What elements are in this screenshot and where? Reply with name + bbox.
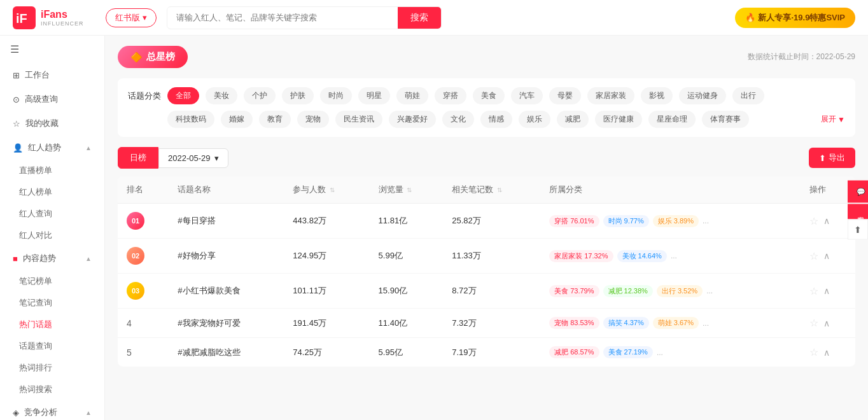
- sort-participants-icon[interactable]: ⇅: [330, 186, 335, 193]
- filter-tag-outfit[interactable]: 穿搭: [435, 87, 466, 104]
- date-select[interactable]: 2022-05-29 ▾: [158, 148, 228, 168]
- views-cell: 11.81亿: [370, 204, 444, 239]
- tag-more[interactable]: ...: [703, 216, 709, 225]
- filter-tag-fashion[interactable]: 时尚: [320, 87, 352, 104]
- filter-tag-entertainment[interactable]: 娱乐: [519, 111, 550, 128]
- sidebar-item-topic-query[interactable]: 话题查询: [0, 335, 104, 357]
- favorite-star-icon[interactable]: ☆: [809, 215, 818, 227]
- favorite-star-icon[interactable]: ☆: [809, 317, 818, 329]
- trend-chart-icon[interactable]: ∧: [823, 216, 830, 226]
- chat-button[interactable]: 客服: [848, 204, 868, 220]
- filter-tag-culture[interactable]: 文化: [442, 111, 474, 128]
- filter-tag-hobby[interactable]: 兴趣爱好: [389, 111, 436, 128]
- filter-tag-pet[interactable]: 宠物: [297, 111, 329, 128]
- influencer-trend-label: 红人趋势: [28, 142, 61, 153]
- trend-chart-icon[interactable]: ∧: [823, 286, 830, 296]
- filter-tag-tech[interactable]: 科技数码: [167, 111, 214, 128]
- category-tag[interactable]: 时尚 9.77%: [603, 215, 649, 227]
- star-outline-icon: ☆: [13, 119, 20, 129]
- sidebar-item-influencer-rank[interactable]: 红人榜单: [0, 181, 104, 203]
- filter-tag-car[interactable]: 汽车: [511, 87, 543, 104]
- tag-more[interactable]: ...: [671, 251, 677, 260]
- filter-tag-life[interactable]: 民生资讯: [335, 111, 382, 128]
- sidebar-item-advanced-query[interactable]: ⊙ 高级查询: [0, 87, 104, 111]
- sidebar-item-influencer-trend[interactable]: 👤 红人趋势 ▲: [0, 136, 104, 160]
- filter-tag-diet[interactable]: 减肥: [557, 111, 589, 128]
- trend-chart-icon[interactable]: ∧: [823, 251, 830, 261]
- rank-cell: 02: [118, 239, 169, 274]
- filter-tag-astro[interactable]: 星座命理: [648, 111, 696, 128]
- trend-chart-icon[interactable]: ∧: [823, 318, 830, 328]
- filter-tag-skincare[interactable]: 护肤: [282, 87, 314, 104]
- expand-button[interactable]: 展开 ▼: [821, 114, 845, 125]
- category-tag[interactable]: 家居家装 17.32%: [549, 250, 613, 262]
- filter-tag-beauty[interactable]: 美妆: [206, 87, 237, 104]
- filter-tag-all[interactable]: 全部: [167, 87, 199, 104]
- sidebar-item-hot-words-search[interactable]: 热词搜索: [0, 379, 104, 400]
- filter-tag-wedding[interactable]: 婚嫁: [221, 111, 253, 128]
- sidebar-item-influencer-query[interactable]: 红人查询: [0, 203, 104, 225]
- category-cell: 穿搭 76.01% 时尚 9.77% 娱乐 3.89% ...: [540, 204, 801, 239]
- category-tag[interactable]: 美食 73.79%: [549, 285, 599, 297]
- filter-tag-home[interactable]: 家居家装: [587, 87, 634, 104]
- participants-cell: 101.11万: [284, 274, 369, 309]
- favorite-star-icon[interactable]: ☆: [809, 250, 818, 262]
- category-tag[interactable]: 萌娃 3.67%: [653, 317, 699, 329]
- sidebar-item-workbench[interactable]: ⊞ 工作台: [0, 63, 104, 87]
- filter-tag-travel[interactable]: 出行: [732, 87, 764, 104]
- category-tag[interactable]: 穿搭 76.01%: [549, 215, 599, 227]
- category-tag[interactable]: 美食 27.19%: [603, 346, 653, 358]
- export-button[interactable]: ⬆ 导出: [809, 148, 855, 168]
- trend-chart-icon[interactable]: ∧: [823, 347, 830, 358]
- sidebar-item-content-trend[interactable]: ■ 内容趋势 ▲: [0, 246, 104, 270]
- sidebar-item-competitive[interactable]: ◈ 竞争分析 ▲: [0, 400, 104, 420]
- tag-more[interactable]: ...: [703, 319, 709, 328]
- rank-number-5: 5: [127, 347, 132, 358]
- filter-tag-mother-baby[interactable]: 母婴: [549, 87, 581, 104]
- category-tag[interactable]: 美妆 14.64%: [617, 250, 667, 262]
- category-tag[interactable]: 出行 3.52%: [657, 285, 703, 297]
- vip-button[interactable]: 🔥 新人专享·19.9特惠SVIP: [735, 8, 855, 28]
- category-tag[interactable]: 减肥 68.57%: [549, 346, 599, 358]
- filter-tag-fitness[interactable]: 运动健身: [679, 87, 726, 104]
- scroll-up-button[interactable]: ⬆: [848, 220, 868, 240]
- filter-tag-emotion[interactable]: 情感: [480, 111, 512, 128]
- filter-tag-personal-care[interactable]: 个护: [244, 87, 276, 104]
- sidebar-item-hot-words-rank[interactable]: 热词排行: [0, 357, 104, 379]
- sidebar-item-favorites[interactable]: ☆ 我的收藏: [0, 111, 104, 136]
- sort-views-icon[interactable]: ⇅: [407, 186, 412, 193]
- category-tag[interactable]: 减肥 12.38%: [603, 285, 653, 297]
- customer-service-button[interactable]: 💬: [848, 181, 868, 203]
- search-input[interactable]: [167, 8, 398, 27]
- filter-tag-celebrity[interactable]: 明星: [358, 87, 390, 104]
- sidebar-item-influencer-compare[interactable]: 红人对比: [0, 225, 104, 246]
- filter-tag-baby[interactable]: 萌娃: [396, 87, 428, 104]
- sidebar-toggle[interactable]: ☰: [0, 36, 104, 63]
- collapse-arrow-icon: ▲: [85, 144, 92, 151]
- category-tag[interactable]: 娱乐 3.89%: [653, 215, 699, 227]
- filter-tag-film[interactable]: 影视: [641, 87, 673, 104]
- date-value: 2022-05-29: [168, 153, 211, 163]
- filter-tag-food[interactable]: 美食: [473, 87, 505, 104]
- sidebar-item-note-rank[interactable]: 笔记榜单: [0, 270, 104, 292]
- sidebar-item-note-query[interactable]: 笔记查询: [0, 292, 104, 314]
- category-tag[interactable]: 搞笑 4.37%: [603, 317, 649, 329]
- sort-notes-icon[interactable]: ⇅: [497, 186, 502, 193]
- sidebar-item-hot-topics[interactable]: 热门话题: [0, 314, 104, 335]
- platform-button[interactable]: 红书版 ▾: [106, 8, 157, 27]
- tag-group: 美食 73.79% 减肥 12.38% 出行 3.52% ...: [549, 285, 792, 297]
- filter-tag-health[interactable]: 医疗健康: [595, 111, 642, 128]
- favorite-star-icon[interactable]: ☆: [809, 346, 818, 358]
- tag-more[interactable]: ...: [706, 286, 713, 295]
- tag-more[interactable]: ...: [657, 348, 663, 357]
- search-button[interactable]: 搜索: [398, 7, 441, 29]
- filter-tag-education[interactable]: 教育: [259, 111, 291, 128]
- daily-tab-button[interactable]: 日榜: [118, 147, 158, 169]
- topic-name-cell: #每日穿搭: [169, 204, 284, 239]
- notes-cell: 7.32万: [443, 309, 540, 338]
- sidebar-item-live-rank[interactable]: 直播榜单: [0, 160, 104, 181]
- filter-tag-sports[interactable]: 体育赛事: [702, 111, 749, 128]
- category-tag[interactable]: 宠物 83.53%: [549, 317, 599, 329]
- topic-name-cell: #好物分享: [169, 239, 284, 274]
- favorite-star-icon[interactable]: ☆: [809, 285, 818, 297]
